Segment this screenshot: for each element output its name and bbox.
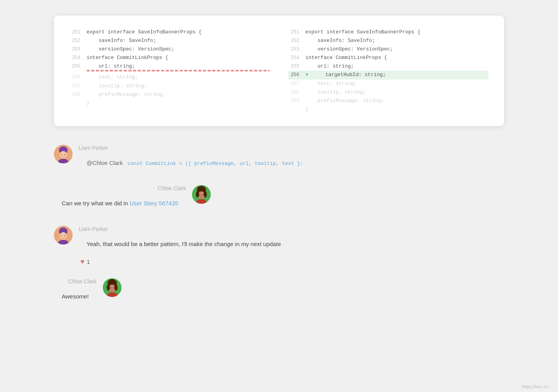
svg-point-11: [204, 191, 207, 198]
message-row-chloe-2: Chloe Clark Awesome!: [54, 278, 504, 307]
mention-tag: @Chloe Clark: [87, 160, 123, 166]
message-row-liam-2: Liam Parker Yeah, that would be a better…: [54, 226, 504, 266]
diff-panel-right: 251 export interface SaveInfoBannerProps…: [288, 28, 489, 114]
diff-card: 251 export interface SaveInfoBannerProps…: [54, 16, 504, 126]
message-row-liam-1: Liam Parker @Chloe Clark const CommitLin…: [54, 145, 504, 173]
code-line: 259 prefixMessage: string;: [288, 97, 489, 105]
message-text: Awesome!: [62, 293, 89, 300]
message-bubble: @Chloe Clark const CommitLink = ({ prefi…: [79, 153, 311, 173]
code-line: 253 versionSpec: VersionSpec;: [288, 45, 489, 54]
svg-point-5: [64, 154, 65, 155]
avatar-liam: [54, 145, 73, 163]
chat-section: Liam Parker @Chloe Clark const CommitLin…: [54, 145, 504, 307]
svg-point-10: [196, 191, 199, 198]
code-line: 252 saveInfo: SaveInfo;: [69, 36, 270, 45]
message-text: Yeah, that would be a better pattern, I'…: [87, 241, 281, 247]
code-line: }: [288, 105, 489, 114]
sender-name: Chloe Clark: [158, 185, 186, 191]
avatar-liam-2: [54, 226, 73, 245]
svg-point-24: [107, 284, 110, 291]
message-content-chloe-1: Chloe Clark Can we try what we did in Us…: [54, 185, 186, 213]
message-text: Can we try what we did in: [62, 200, 130, 206]
message-row-chloe-1: Chloe Clark Can we try what we did in Us…: [54, 185, 504, 213]
svg-point-18: [61, 235, 62, 236]
sender-name: Liam Parker: [79, 145, 311, 151]
user-story-link[interactable]: User Story 567435: [130, 200, 178, 206]
reaction-row[interactable]: ♥ 1: [80, 258, 289, 266]
code-line: 251 export interface SaveInfoBannerProps…: [288, 28, 489, 36]
message-bubble: Yeah, that would be a better pattern, I'…: [79, 234, 289, 254]
code-line: 253 versionSpec: VersionSpec;: [69, 45, 270, 54]
svg-point-19: [64, 235, 65, 236]
reaction-count: 1: [87, 259, 90, 265]
code-line: 255 url: string;: [288, 62, 489, 71]
code-line: 258 tooltip: string;: [288, 88, 489, 97]
svg-point-27: [113, 288, 114, 288]
svg-point-13: [203, 194, 203, 195]
code-line: 256 text: string;: [69, 73, 270, 82]
svg-point-26: [110, 288, 111, 288]
sender-name: Chloe Clark: [68, 278, 97, 284]
code-line: }: [69, 99, 270, 108]
avatar-chloe: [192, 185, 211, 204]
svg-point-4: [61, 154, 62, 155]
svg-point-25: [114, 284, 118, 291]
message-content-liam-1: Liam Parker @Chloe Clark const CommitLin…: [79, 145, 311, 173]
heart-icon: ♥: [80, 258, 85, 266]
diff-panel-left: 251 export interface SaveInfoBannerProps…: [69, 28, 270, 114]
watermark: https://liam.io/...: [522, 384, 552, 389]
code-line: 257 text: string;: [288, 80, 489, 88]
code-line: 254 interface CommitLinkProps {: [69, 54, 270, 62]
message-content-chloe-2: Chloe Clark Awesome!: [54, 278, 97, 307]
message-bubble: Can we try what we did in User Story 567…: [54, 194, 186, 213]
code-line: 252 saveInfo: SaveInfo;: [288, 36, 489, 45]
code-line: 258 prefixMessage: string;: [69, 90, 270, 99]
message-bubble: Awesome!: [54, 287, 97, 307]
sender-name: Liam Parker: [79, 226, 289, 232]
avatar-chloe-2: [103, 278, 121, 297]
svg-point-12: [199, 194, 200, 195]
code-line: 254 interface CommitLinkProps {: [288, 54, 489, 62]
code-line: 251 export interface SaveInfoBannerProps…: [69, 28, 270, 36]
code-line-added: 256 + targetHubId: string;: [288, 71, 489, 79]
code-snippet: const CommitLink = ({ prefixMessage, url…: [128, 161, 303, 167]
message-content-liam-2: Liam Parker Yeah, that would be a better…: [79, 226, 289, 266]
code-line: 255 url: string;: [69, 62, 270, 71]
code-line: 257 tooltip: string;: [69, 82, 270, 90]
